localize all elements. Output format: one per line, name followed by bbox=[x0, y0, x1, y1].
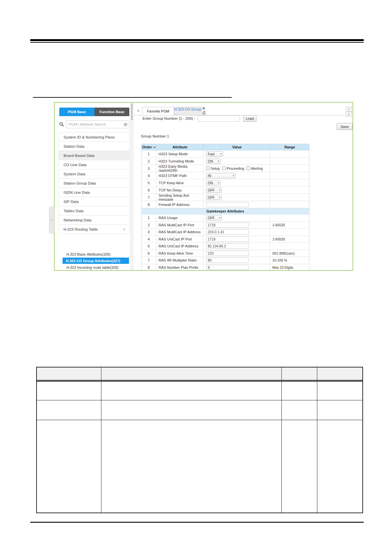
range-header[interactable]: Range bbox=[270, 144, 309, 150]
order-cell: 3 bbox=[142, 165, 156, 172]
attribute-table-header: Order ↓ a Attribute Value Range bbox=[142, 144, 309, 150]
sidebar-collapse-handle[interactable]: < bbox=[49, 207, 54, 234]
tab-pgm-base[interactable]: PGM Base bbox=[59, 108, 94, 116]
description-table-row bbox=[37, 420, 362, 513]
range-cell: 10-100 % bbox=[270, 257, 309, 264]
order-header[interactable]: Order ↓ a bbox=[142, 144, 156, 150]
ras-number-plan-prefix-input[interactable] bbox=[206, 265, 249, 270]
h323-tunneling-mode-select[interactable]: ON ▾ bbox=[206, 159, 221, 164]
sidebar-item-system-id[interactable]: System ID & Numbering Plans bbox=[59, 132, 130, 142]
tab-scroll-left-icon[interactable]: < bbox=[137, 109, 140, 113]
table-row: 5 TCP Keep Alive ON ▾ bbox=[142, 179, 309, 187]
order-cell: 7 bbox=[142, 194, 156, 201]
doc-table-cell bbox=[37, 367, 101, 380]
table-row: 2 H323 Tunneling Mode ON ▾ bbox=[142, 158, 309, 165]
alerting-checkbox[interactable]: Alerting bbox=[247, 166, 263, 170]
tab-refresh-icon[interactable] bbox=[202, 111, 206, 115]
search-clear-icon[interactable] bbox=[124, 123, 127, 126]
tab-function-base[interactable]: Function Base bbox=[94, 108, 129, 116]
sidebar-item-station-group-data[interactable]: Station Group Data bbox=[59, 178, 130, 188]
tab-favorite-pgm[interactable]: Favorite PGM bbox=[142, 107, 174, 115]
attribute-cell: H323 Early Media (earlyH245) bbox=[156, 165, 204, 172]
tab-close-icon[interactable]: × bbox=[203, 107, 205, 110]
footer-rule bbox=[30, 522, 364, 523]
sidebar-item-h323-routing-table[interactable]: H.323 Routing Table ∨ bbox=[59, 224, 130, 234]
window-collapse-button[interactable]: ∨ bbox=[346, 112, 352, 116]
sidebar-item-system-data[interactable]: System Data bbox=[59, 169, 130, 179]
firewall-ip-input[interactable] bbox=[206, 202, 249, 207]
range-cell bbox=[270, 150, 309, 157]
sidebar-menu: System ID & Numbering Plans Station Data… bbox=[59, 133, 130, 234]
ras-multicast-address-input[interactable] bbox=[206, 229, 249, 235]
h323-setup-mode-select[interactable]: Fast ▾ bbox=[206, 151, 223, 157]
table-row: 4 H323 DTMF Path IN ▾ bbox=[142, 172, 309, 179]
sidebar-item-isdn-line-data[interactable]: ISDN Line Data bbox=[59, 188, 130, 197]
chevron-down-icon: ▾ bbox=[219, 189, 221, 191]
select-value: Fast bbox=[208, 152, 214, 156]
tcp-no-delay-select[interactable]: OFF ▾ bbox=[206, 188, 222, 193]
search-input[interactable] bbox=[66, 120, 129, 128]
table-row: 5 RAS UniCast IP Address bbox=[142, 243, 309, 250]
proceeding-checkbox[interactable]: Proceeding bbox=[222, 166, 244, 170]
checkbox-label: Proceeding bbox=[227, 166, 244, 170]
load-button[interactable]: Load bbox=[243, 115, 256, 122]
value-cell: Setup Proceeding Alerting bbox=[204, 165, 270, 172]
sending-setup-ack-select[interactable]: OFF ▾ bbox=[206, 195, 222, 200]
sidebar-item-h323-co-group-attributes-selected[interactable]: H.323 CO Group Attributes(327) bbox=[63, 258, 129, 264]
attribute-cell: TCP No Delay bbox=[156, 187, 204, 193]
select-value: ON bbox=[208, 159, 213, 163]
save-button[interactable]: Save bbox=[337, 123, 353, 130]
setup-checkbox-input[interactable] bbox=[206, 166, 210, 170]
attribute-cell: RAS Keep Alive Time bbox=[156, 250, 204, 257]
order-cell: 8 bbox=[142, 201, 156, 208]
sidebar-item-h323-incoming-route-table[interactable]: H.323 Incoming route table(328) bbox=[63, 265, 129, 270]
alerting-checkbox-input[interactable] bbox=[247, 166, 250, 170]
h323-dtmf-path-select[interactable]: IN ▾ bbox=[206, 173, 236, 178]
sidebar-item-board-based-data[interactable]: Board Based Data bbox=[59, 151, 130, 160]
sidebar-item-networking-data[interactable]: Networking Data bbox=[59, 215, 130, 225]
select-value: OFF bbox=[208, 216, 215, 220]
attribute-cell: RAS MultiCast IP Address bbox=[156, 229, 204, 236]
tcp-keep-alive-select[interactable]: ON ▾ bbox=[206, 180, 221, 186]
value-cell bbox=[204, 257, 270, 264]
tab-h323-co-group[interactable]: H.323 CO Group ... bbox=[174, 107, 205, 115]
value-cell bbox=[204, 236, 270, 243]
setup-checkbox[interactable]: Setup bbox=[206, 166, 220, 170]
sidebar-item-h323-basic-attributes[interactable]: H.323 Basic Attributes(326) bbox=[63, 252, 129, 257]
attribute-header[interactable]: Attribute bbox=[156, 144, 204, 150]
attribute-cell: RAS Number Plan Prefix bbox=[156, 264, 204, 270]
sidebar-item-sip-data[interactable]: SIP Data bbox=[59, 197, 130, 206]
sidebar-item-tables-data[interactable]: Tables Data bbox=[59, 206, 130, 215]
scrollbar-thumb[interactable] bbox=[131, 103, 133, 120]
ras-usage-select[interactable]: OFF ▾ bbox=[206, 215, 222, 220]
sidebar-item-label: H.323 Routing Table bbox=[64, 227, 98, 231]
description-table-row bbox=[37, 382, 362, 400]
table-row: 4 RAS UniCast IP Port 1-65535 bbox=[142, 236, 309, 243]
table-row: 1 H323 Setup Mode Fast ▾ bbox=[142, 150, 309, 158]
ras-multicast-port-input[interactable] bbox=[206, 222, 249, 228]
value-header[interactable]: Value bbox=[204, 144, 270, 150]
ras-unicast-address-input[interactable] bbox=[206, 243, 249, 249]
range-cell bbox=[270, 194, 309, 201]
description-table-header-row bbox=[37, 367, 362, 382]
order-cell: 2 bbox=[142, 158, 156, 164]
ras-iir-multiplier-input[interactable] bbox=[206, 258, 249, 263]
window-close-button[interactable]: × bbox=[346, 107, 352, 112]
group-number-input[interactable] bbox=[198, 115, 240, 122]
proceeding-checkbox-input[interactable] bbox=[222, 166, 226, 170]
doc-table-cell bbox=[37, 382, 101, 400]
sidebar-tab-bar: PGM Base Function Base bbox=[59, 108, 129, 116]
sidebar-item-station-data[interactable]: Station Data bbox=[59, 141, 130, 151]
doc-table-cell bbox=[317, 400, 362, 420]
ras-unicast-port-input[interactable] bbox=[206, 237, 249, 242]
doc-table-cell bbox=[282, 400, 317, 420]
checkbox-label: Alerting bbox=[251, 166, 263, 170]
header-rule-thin bbox=[30, 42, 364, 43]
doc-table-cell bbox=[317, 382, 362, 400]
select-value: OFF bbox=[208, 195, 215, 199]
sidebar-scrollbar[interactable] bbox=[130, 103, 133, 270]
sidebar-item-co-line-data[interactable]: CO Line Data bbox=[59, 160, 130, 169]
doc-table-cell bbox=[101, 420, 282, 513]
sort-order-superscript: a bbox=[154, 146, 155, 148]
ras-keep-alive-time-input[interactable] bbox=[206, 251, 249, 256]
